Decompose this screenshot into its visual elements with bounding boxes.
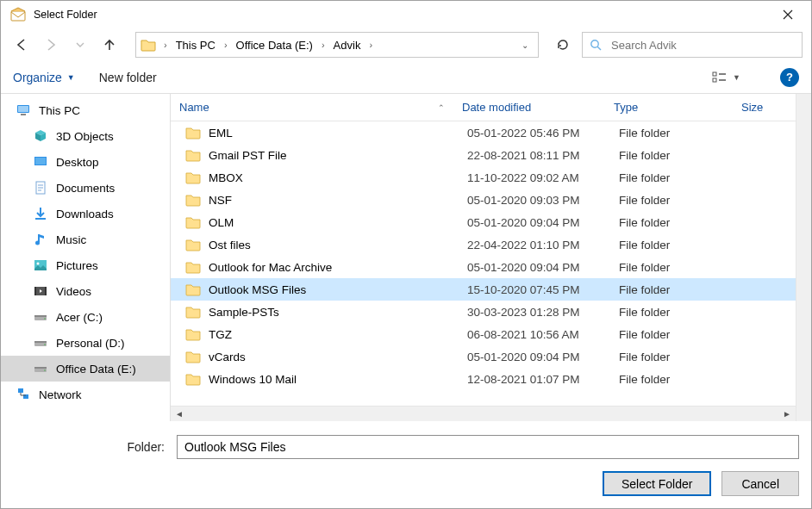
file-row[interactable]: EML05-01-2022 05:46 PMFile folder: [171, 121, 796, 144]
file-type: File folder: [619, 373, 746, 386]
search-input[interactable]: [609, 38, 795, 53]
sidebar-item[interactable]: Pictures: [1, 252, 170, 278]
file-row[interactable]: Ost files22-04-2022 01:10 PMFile folder: [171, 233, 796, 256]
address-bar[interactable]: › This PC › Office Data (E:) › Advik › ⌄: [135, 32, 539, 58]
column-name[interactable]: Name ⌃: [171, 101, 453, 114]
svg-point-18: [44, 318, 46, 320]
forward-button[interactable]: [39, 33, 63, 57]
chevron-down-icon: ▼: [67, 73, 75, 82]
search-box[interactable]: [582, 32, 803, 58]
file-row[interactable]: vCards05-01-2020 09:04 PMFile folder: [171, 345, 796, 368]
organize-menu[interactable]: Organize ▼: [13, 71, 75, 84]
sidebar-item[interactable]: Network: [1, 382, 170, 407]
svg-point-24: [44, 369, 46, 371]
scroll-left-icon[interactable]: ◄: [172, 409, 186, 419]
chevron-right-icon[interactable]: ›: [162, 40, 169, 50]
view-options-button[interactable]: ▼: [712, 71, 740, 84]
address-dropdown[interactable]: ⌄: [515, 40, 534, 50]
app-icon: [9, 6, 27, 23]
folder-icon: [184, 303, 202, 320]
file-row[interactable]: MBOX11-10-2022 09:02 AMFile folder: [171, 166, 796, 189]
file-row[interactable]: Sample-PSTs30-03-2023 01:28 PMFile folde…: [171, 301, 796, 323]
column-headers[interactable]: Name ⌃ Date modified Type Size: [171, 94, 796, 121]
file-row[interactable]: Gmail PST File22-08-2021 08:11 PMFile fo…: [171, 144, 796, 166]
sidebar-item[interactable]: Office Data (E:): [1, 356, 170, 382]
help-button[interactable]: ?: [780, 68, 799, 87]
file-list[interactable]: EML05-01-2022 05:46 PMFile folderGmail P…: [171, 121, 796, 406]
breadcrumb-2[interactable]: Advik: [328, 37, 366, 53]
chevron-down-icon: ▼: [733, 73, 740, 82]
nav-tree[interactable]: This PC3D ObjectsDesktopDocumentsDownloa…: [1, 94, 170, 421]
sidebar-item[interactable]: Downloads: [1, 201, 170, 227]
svg-point-12: [37, 263, 40, 265]
file-row[interactable]: TGZ06-08-2021 10:56 AMFile folder: [171, 323, 796, 345]
dialog-footer: Folder: Select Folder Cancel: [1, 421, 811, 508]
chevron-right-icon[interactable]: ›: [367, 40, 374, 50]
sidebar-item-label: Documents: [56, 182, 115, 195]
refresh-button[interactable]: [549, 32, 577, 58]
file-row[interactable]: OLM05-01-2020 09:04 PMFile folder: [171, 211, 796, 233]
folder-name-input[interactable]: [177, 435, 799, 459]
folder-icon: [184, 169, 202, 186]
sidebar-item[interactable]: 3D Objects: [1, 123, 170, 149]
svg-rect-6: [21, 114, 26, 115]
sidebar-item-label: Office Data (E:): [56, 363, 136, 376]
column-date[interactable]: Date modified: [453, 101, 605, 114]
svg-rect-23: [34, 367, 47, 369]
horizontal-scrollbar[interactable]: ◄ ►: [171, 406, 796, 421]
file-name: Windows 10 Mail: [209, 373, 467, 386]
back-button[interactable]: [9, 33, 34, 57]
file-row[interactable]: Windows 10 Mail12-08-2021 01:07 PMFile f…: [171, 368, 796, 390]
monitor-icon: [15, 102, 32, 119]
recent-dropdown[interactable]: [68, 33, 92, 57]
music-icon: [32, 231, 49, 248]
sidebar-item-label: 3D Objects: [56, 130, 114, 143]
chevron-right-icon[interactable]: ›: [320, 40, 327, 50]
drive-icon: [32, 360, 49, 377]
sidebar-item[interactable]: Music: [1, 227, 170, 252]
folder-icon: [184, 146, 202, 164]
column-type[interactable]: Type: [605, 101, 733, 114]
new-folder-button[interactable]: New folder: [99, 71, 157, 84]
file-date: 05-01-2020 09:03 PM: [467, 194, 619, 207]
select-folder-button[interactable]: Select Folder: [603, 471, 711, 496]
sidebar-item[interactable]: This PC: [1, 97, 170, 123]
close-button[interactable]: [768, 1, 808, 28]
sidebar-item-label: This PC: [39, 104, 80, 117]
folder-icon: [184, 281, 202, 298]
sidebar-item[interactable]: Videos: [1, 278, 170, 304]
breadcrumb-0[interactable]: This PC: [171, 37, 221, 53]
breadcrumb-1[interactable]: Office Data (E:): [231, 37, 318, 53]
file-type: File folder: [619, 283, 746, 296]
column-size[interactable]: Size: [733, 101, 771, 114]
cancel-button[interactable]: Cancel: [721, 471, 799, 496]
file-date: 06-08-2021 10:56 AM: [467, 328, 619, 341]
vertical-scrollbar[interactable]: [796, 94, 811, 421]
sidebar-item-label: Downloads: [56, 208, 114, 220]
svg-rect-25: [18, 388, 23, 393]
titlebar: Select Folder: [1, 1, 811, 28]
scroll-right-icon[interactable]: ►: [780, 409, 794, 419]
file-type: File folder: [619, 328, 746, 341]
sidebar-item[interactable]: Personal (D:): [1, 330, 170, 356]
file-name: Gmail PST File: [209, 149, 467, 162]
file-row[interactable]: Outlook MSG Files15-10-2020 07:45 PMFile…: [171, 278, 796, 301]
file-date: 22-04-2022 01:10 PM: [467, 239, 619, 251]
svg-point-21: [44, 344, 46, 345]
document-icon: [32, 179, 49, 196]
sidebar-item[interactable]: Acer (C:): [1, 304, 170, 330]
up-button[interactable]: [97, 33, 122, 57]
file-date: 05-01-2020 09:04 PM: [467, 351, 619, 363]
chevron-right-icon[interactable]: ›: [222, 40, 229, 50]
file-row[interactable]: Outlook for Mac Archive05-01-2020 09:04 …: [171, 256, 796, 278]
sidebar-item[interactable]: Documents: [1, 175, 170, 201]
file-name: NSF: [209, 194, 467, 207]
file-name: Sample-PSTs: [209, 306, 467, 319]
file-date: 12-08-2021 01:07 PM: [467, 373, 619, 386]
file-type: File folder: [619, 127, 746, 140]
sort-indicator-icon: ⌃: [438, 103, 445, 112]
sidebar-item[interactable]: Desktop: [1, 149, 170, 175]
folder-icon: [140, 36, 157, 53]
file-row[interactable]: NSF05-01-2020 09:03 PMFile folder: [171, 189, 796, 211]
folder-icon: [184, 214, 202, 231]
